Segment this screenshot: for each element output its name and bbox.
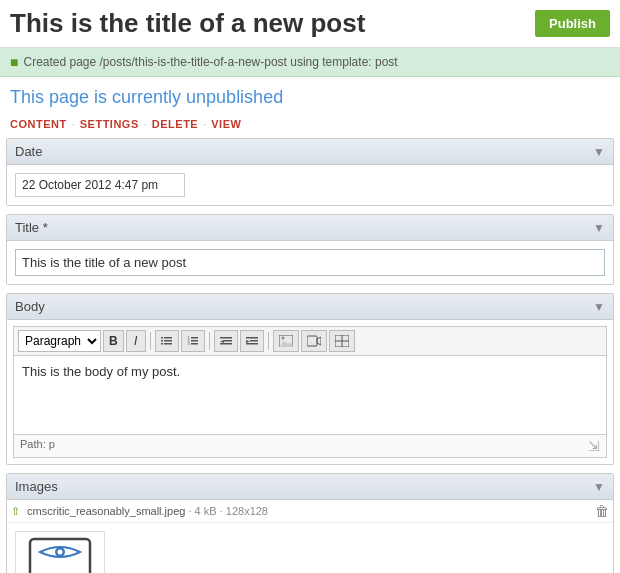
editor-content: This is the body of my post. — [22, 364, 598, 379]
body-section: Body ▼ Paragraph B I 123 — [6, 293, 614, 465]
svg-rect-6 — [191, 337, 198, 339]
images-section: Images ▼ ⇧ cmscritic_reasonably_small.jp… — [6, 473, 614, 573]
images-section-header[interactable]: Images ▼ — [7, 474, 613, 500]
toolbar-divider-2 — [209, 332, 210, 350]
notice-icon: ■ — [10, 54, 18, 70]
publish-button[interactable]: Publish — [535, 10, 610, 37]
unpublished-message: This page is currently unpublished — [0, 77, 620, 114]
date-input[interactable] — [15, 173, 185, 197]
image-meta: · 4 kB · 128x128 — [188, 505, 268, 517]
svg-marker-22 — [279, 341, 293, 347]
svg-point-5 — [161, 343, 163, 345]
tab-delete[interactable]: DELETE — [152, 118, 198, 130]
image-filename: cmscritic_reasonably_small.jpeg — [27, 505, 185, 517]
body-chevron-icon: ▼ — [593, 300, 605, 314]
date-section-header[interactable]: Date ▼ — [7, 139, 613, 165]
tab-content[interactable]: CONTENT — [10, 118, 67, 130]
italic-button[interactable]: I — [126, 330, 146, 352]
title-section-body — [7, 241, 613, 284]
date-section: Date ▼ — [6, 138, 614, 206]
notice-bar: ■ Created page /posts/this-is-the-title-… — [0, 48, 620, 77]
editor-body[interactable]: This is the body of my post. — [13, 355, 607, 435]
image-info: ⇧ cmscritic_reasonably_small.jpeg · 4 kB… — [11, 505, 268, 518]
outdent-button[interactable] — [214, 330, 238, 352]
svg-marker-24 — [317, 337, 321, 345]
svg-point-4 — [161, 340, 163, 342]
tab-view[interactable]: VIEW — [211, 118, 241, 130]
editor-path: Path: p — [20, 438, 55, 454]
date-section-title: Date — [15, 144, 42, 159]
tab-dot-1: · — [72, 118, 75, 130]
ordered-list-button[interactable]: 123 — [181, 330, 205, 352]
body-section-header[interactable]: Body ▼ — [7, 294, 613, 320]
image-preview: CMS Critic — [15, 531, 105, 573]
svg-marker-19 — [246, 340, 250, 343]
svg-rect-1 — [164, 340, 172, 342]
svg-point-30 — [58, 549, 63, 554]
svg-rect-7 — [191, 340, 198, 342]
svg-text:3: 3 — [187, 341, 190, 346]
notice-text: Created page /posts/this-is-the-title-of… — [23, 55, 397, 69]
body-section-title: Body — [15, 299, 45, 314]
format-select[interactable]: Paragraph — [18, 330, 101, 352]
svg-point-21 — [281, 337, 284, 340]
image-preview-container: CMS Critic Description This is an image … — [7, 523, 613, 573]
svg-rect-0 — [164, 337, 172, 339]
svg-rect-17 — [250, 340, 258, 342]
images-section-title: Images — [15, 479, 58, 494]
svg-point-3 — [161, 337, 163, 339]
svg-rect-2 — [164, 343, 172, 345]
indent-button[interactable] — [240, 330, 264, 352]
title-input[interactable] — [15, 249, 605, 276]
svg-rect-14 — [220, 343, 232, 345]
tab-dot-3: · — [203, 118, 206, 130]
svg-rect-13 — [224, 340, 232, 342]
resize-handle-icon[interactable]: ⇲ — [588, 438, 600, 454]
svg-marker-15 — [220, 340, 224, 343]
svg-rect-8 — [191, 343, 198, 345]
upload-icon: ⇧ — [11, 505, 20, 517]
page-title: This is the title of a new post — [10, 8, 365, 39]
date-chevron-icon: ▼ — [593, 145, 605, 159]
title-section-title: Title * — [15, 220, 48, 235]
toolbar-divider-3 — [268, 332, 269, 350]
media-button[interactable] — [301, 330, 327, 352]
image-item-row: ⇧ cmscritic_reasonably_small.jpeg · 4 kB… — [7, 500, 613, 523]
unordered-list-button[interactable] — [155, 330, 179, 352]
title-chevron-icon: ▼ — [593, 221, 605, 235]
svg-rect-12 — [220, 337, 232, 339]
bold-button[interactable]: B — [103, 330, 124, 352]
editor-toolbar: Paragraph B I 123 — [13, 326, 607, 355]
date-section-body — [7, 165, 613, 205]
page-header: This is the title of a new post Publish — [0, 0, 620, 48]
delete-image-icon[interactable]: 🗑 — [595, 503, 609, 519]
images-section-body: ⇧ cmscritic_reasonably_small.jpeg · 4 kB… — [7, 500, 613, 573]
table-button[interactable] — [329, 330, 355, 352]
title-section: Title * ▼ — [6, 214, 614, 285]
tab-navigation: CONTENT · SETTINGS · DELETE · VIEW — [0, 114, 620, 138]
tab-settings[interactable]: SETTINGS — [80, 118, 139, 130]
title-section-header[interactable]: Title * ▼ — [7, 215, 613, 241]
svg-rect-16 — [246, 337, 258, 339]
toolbar-divider-1 — [150, 332, 151, 350]
body-section-body: Paragraph B I 123 — [7, 320, 613, 464]
images-chevron-icon: ▼ — [593, 480, 605, 494]
tab-dot-2: · — [144, 118, 147, 130]
image-button[interactable] — [273, 330, 299, 352]
svg-rect-18 — [246, 343, 258, 345]
svg-rect-23 — [307, 336, 317, 346]
editor-footer: Path: p ⇲ — [13, 435, 607, 458]
